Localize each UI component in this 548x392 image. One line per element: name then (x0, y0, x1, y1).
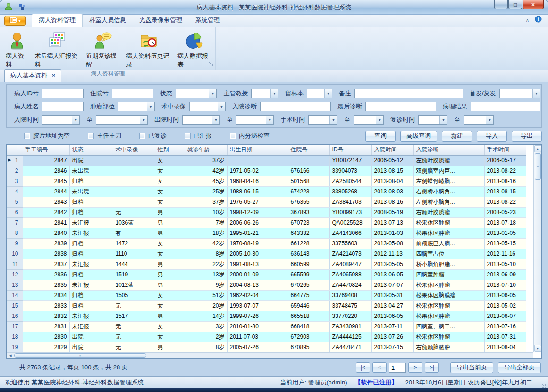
cell-7[interactable]: QA0025528 (329, 217, 371, 228)
cell-8[interactable]: 2008-05-19 (371, 207, 413, 217)
cell-4[interactable]: 51岁 (185, 290, 227, 300)
cell-4[interactable]: 10岁 (185, 207, 227, 217)
last-page-button[interactable]: >| (425, 362, 439, 373)
cell-8[interactable]: 2013-04-27 (371, 300, 413, 311)
cell-2[interactable]: 有 (113, 228, 155, 238)
cell-9[interactable]: 右颞叶胶质瘤 (413, 207, 484, 217)
cell-2[interactable]: 1505 (113, 290, 155, 300)
cell-1[interactable]: 归档 (69, 197, 113, 207)
cell-8[interactable]: 2013-07-07 (371, 280, 413, 290)
table-row[interactable]: 32845归档女45岁1968-04-16501568ZA25805442013… (7, 176, 526, 186)
column-header-2[interactable]: 术中录像 (113, 145, 155, 155)
cell-8[interactable]: 2013-08-03 (371, 186, 413, 197)
checkbox-box-icon[interactable] (185, 133, 191, 139)
row-indicator[interactable]: 3 (7, 176, 23, 186)
cell-9[interactable]: 左侧桥小脑角... (413, 197, 484, 207)
cell-2[interactable]: 1036蓝 (113, 217, 155, 228)
cell-10[interactable]: 2013-07-31 (484, 332, 526, 342)
cell-8[interactable]: 2006-05-12 (371, 155, 413, 166)
row-indicator[interactable]: 6 (7, 207, 23, 217)
cell-8[interactable]: 2013-07-15 (371, 342, 413, 352)
cell-6[interactable]: 676365 (288, 197, 329, 207)
cell-5[interactable]: 2004-08-13 (227, 280, 288, 290)
cell-2[interactable]: 1012蓝 (113, 280, 155, 290)
cell-0[interactable]: 2837 (23, 259, 69, 269)
cell-1[interactable]: 未出院 (69, 186, 113, 197)
cell-5[interactable]: 1988-06-15 (227, 186, 288, 197)
cell-1[interactable]: 出院 (69, 155, 113, 166)
cell-1[interactable]: 归档 (69, 176, 113, 186)
cell-8[interactable]: 2012-11-13 (371, 249, 413, 259)
cell-2[interactable]: 1110 (113, 249, 155, 259)
checkbox-reported[interactable]: 已汇报 (185, 132, 212, 140)
dropdown-arrow-icon[interactable]: ▼ (270, 89, 278, 98)
cell-4[interactable]: 45岁 (185, 176, 227, 186)
cell-9[interactable]: 松果体区肿瘤 (413, 332, 484, 342)
cell-9[interactable]: 松果体区脑膜瘤 (413, 290, 484, 300)
column-header-4[interactable]: 就诊年龄 (185, 145, 227, 155)
cell-0[interactable]: 2836 (23, 269, 69, 280)
cell-1[interactable]: 归档 (69, 249, 113, 259)
cell-6[interactable]: 670895 (288, 342, 329, 352)
cell-7[interactable]: 33769408 (329, 290, 371, 300)
filter-input-final-diagnosis[interactable] (365, 102, 436, 111)
cell-7[interactable]: 33805268 (329, 186, 371, 197)
cell-6[interactable]: 659446 (288, 300, 329, 311)
cell-2[interactable]: 1444 (113, 259, 155, 269)
cell-2[interactable]: 1519 (113, 269, 155, 280)
cell-7[interactable]: ZA3430981 (329, 321, 371, 332)
table-row[interactable]: 102838归档1110女8岁2005-10-30636143ZA4214073… (7, 249, 526, 259)
table-row[interactable]: 62842归档无男10岁1998-12-09367893YB0099173200… (7, 207, 526, 217)
checkbox-chief-surgeon[interactable]: 主任主刀 (88, 132, 121, 140)
filter-input-patient-id[interactable] (42, 89, 84, 98)
cell-2[interactable] (113, 166, 155, 176)
cell-0[interactable]: 2840 (23, 228, 69, 238)
cell-4[interactable]: 13岁 (185, 269, 227, 280)
cell-3[interactable]: 男 (155, 228, 185, 238)
next-page-button[interactable]: > (408, 362, 422, 373)
dropdown-arrow-icon[interactable]: ▼ (212, 116, 219, 124)
cell-4[interactable]: 20岁 (185, 300, 227, 311)
table-row[interactable]: 182830出院无女2岁2011-07-03672903ZA4444125201… (7, 332, 526, 342)
cell-4[interactable]: 14岁 (185, 311, 227, 321)
cell-10[interactable]: 2013-06-09 (484, 269, 526, 280)
dropdown-arrow-icon[interactable]: ▼ (218, 102, 225, 111)
ribbon-button-postop-patient-report-data[interactable]: 术后病人汇报资料 (31, 29, 83, 70)
prev-page-button[interactable]: < (372, 362, 387, 373)
first-page-button[interactable]: |< (356, 362, 370, 373)
cell-3[interactable]: 女 (155, 166, 185, 176)
cell-3[interactable]: 女 (155, 300, 185, 311)
cell-4[interactable]: 9岁 (185, 280, 227, 290)
cell-2[interactable]: 无 (113, 207, 155, 217)
cell-7[interactable]: ZA4444125 (329, 332, 371, 342)
ribbon-app-button[interactable]: ▾ (4, 16, 26, 26)
cell-10[interactable]: 2008-05-23 (484, 207, 526, 217)
cell-6[interactable]: 665518 (288, 311, 329, 321)
filter-input-patient-name[interactable] (42, 102, 84, 111)
cell-1[interactable]: 归档 (69, 269, 113, 280)
cell-7[interactable]: ZA4143066 (329, 228, 371, 238)
cell-7[interactable]: YB0099173 (329, 207, 371, 217)
cell-9[interactable]: 四脑室、脑干... (413, 321, 484, 332)
cell-3[interactable]: 女 (155, 249, 185, 259)
cell-4[interactable]: 37岁 (185, 197, 227, 207)
cell-8[interactable]: 2013-06-05 (371, 311, 413, 321)
cell-10[interactable]: 2013-07-16 (484, 321, 526, 332)
cell-9[interactable]: 桥小脑角胆脂... (413, 259, 484, 269)
cell-10[interactable]: 2013-07-18 (484, 217, 526, 228)
cell-7[interactable]: ZA3841703 (329, 197, 371, 207)
export-all-pages-button[interactable]: 导出全部页 (498, 362, 541, 373)
cell-4[interactable]: 7岁 (185, 217, 227, 228)
cell-7[interactable]: 33755603 (329, 238, 371, 249)
cell-10[interactable]: 2013-06-05 (484, 290, 526, 300)
scroll-left-icon[interactable]: ◀ (7, 354, 14, 358)
cell-8[interactable]: 2013-01-03 (371, 228, 413, 238)
cell-4[interactable]: 25岁 (185, 186, 227, 197)
cell-0[interactable]: 2843 (23, 197, 69, 207)
ribbon-tab-disc-video-tape-management[interactable]: 光盘录像带管理 (133, 14, 189, 27)
dropdown-arrow-icon[interactable]: ▼ (147, 102, 154, 111)
cell-4[interactable]: 42岁 (185, 238, 227, 249)
cell-7[interactable]: ZA2580544 (329, 176, 371, 186)
cell-9[interactable]: 左侧蝶骨嵴脑... (413, 176, 484, 186)
cell-7[interactable]: 33770220 (329, 311, 371, 321)
